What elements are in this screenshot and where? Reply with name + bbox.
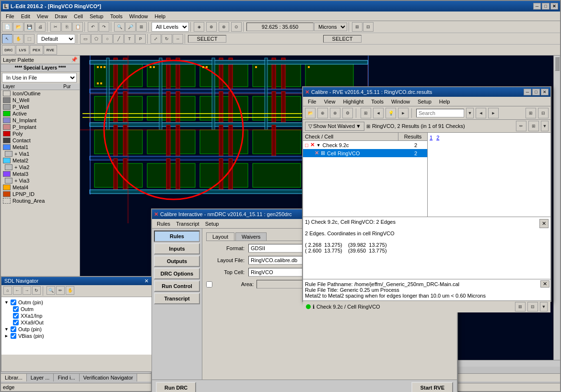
- rve-light-btn[interactable]: 💡: [386, 108, 396, 118]
- rve-bottom-btn1[interactable]: ⊞: [515, 302, 526, 311]
- rve-tool2-btn[interactable]: ⊗: [330, 108, 340, 118]
- sdl-back-btn[interactable]: ←: [13, 286, 22, 295]
- layer-item-nwell[interactable]: N_Well: [1, 97, 80, 104]
- rve-menu-view[interactable]: View: [321, 98, 339, 105]
- pex-run-btn[interactable]: PEX: [30, 45, 43, 55]
- rve-tree-item-check92c[interactable]: □ ✕ ▼ Check 9.2c 2: [303, 141, 427, 149]
- rotate-btn[interactable]: ↻: [162, 34, 172, 44]
- rve-menu-tools[interactable]: Tools: [368, 98, 386, 105]
- layer-item-poly[interactable]: Poly: [1, 130, 80, 137]
- port-btn[interactable]: P: [135, 34, 146, 44]
- transcript-button[interactable]: Transcript: [154, 293, 200, 304]
- scrollbar-thumb-v[interactable]: [555, 57, 560, 71]
- zoom-out-btn[interactable]: 🔎: [125, 22, 136, 32]
- rve-menu-setup[interactable]: Setup: [415, 98, 434, 105]
- rve-view-btn[interactable]: ⊞: [526, 108, 536, 118]
- save-btn[interactable]: 💾: [24, 22, 35, 32]
- tree-expand-vbias[interactable]: ►: [4, 334, 9, 338]
- layer-item-metal1[interactable]: Metal1: [1, 144, 80, 150]
- menu-view[interactable]: View: [34, 12, 51, 20]
- paste-btn[interactable]: 📋: [72, 22, 83, 32]
- tree-check-xxa9[interactable]: [13, 320, 19, 325]
- rules-button[interactable]: Rules: [154, 231, 200, 242]
- drc-run-btn[interactable]: DRC: [2, 45, 15, 55]
- tab-verification[interactable]: Verification Navigator: [80, 374, 138, 381]
- text-btn[interactable]: T: [124, 34, 135, 44]
- rve-btn[interactable]: RVE: [44, 45, 57, 55]
- move-btn[interactable]: ⤢: [151, 34, 161, 44]
- new-btn[interactable]: 📄: [2, 22, 12, 32]
- line-btn[interactable]: ╱: [113, 34, 124, 44]
- rect-btn[interactable]: ▭: [80, 34, 91, 44]
- rve-cols-btn[interactable]: ⊞: [528, 121, 539, 131]
- layer-item-pwell[interactable]: P_Well: [1, 104, 80, 110]
- layer-item-routing[interactable]: Routing_Area: [1, 197, 80, 204]
- print-btn[interactable]: 🖨: [35, 22, 46, 32]
- sdl-forward-btn[interactable]: →: [23, 286, 31, 295]
- canvas-scrollbar-v[interactable]: [553, 56, 560, 367]
- tab-library[interactable]: Librar...: [1, 374, 27, 381]
- rve-menu-file[interactable]: File: [305, 98, 319, 105]
- rve-settings-btn[interactable]: ⚙: [342, 108, 353, 118]
- run-control-button[interactable]: Run Control: [154, 280, 200, 292]
- layer-item-metal3[interactable]: Metal3: [1, 171, 80, 177]
- undo-btn[interactable]: ↶: [88, 22, 98, 32]
- tree-check-xxa1[interactable]: [13, 313, 19, 319]
- rve-close-btn[interactable]: ✕: [541, 89, 549, 95]
- rve-cols-dropdown-btn[interactable]: ▼: [541, 121, 549, 131]
- rve-back-btn[interactable]: ◄: [373, 108, 384, 118]
- redo-btn[interactable]: ↷: [99, 22, 109, 32]
- result-2[interactable]: 2: [436, 135, 439, 140]
- rve-nav-btn[interactable]: ⊞: [361, 108, 371, 118]
- sdl-hand-btn[interactable]: ✋: [66, 286, 74, 295]
- tree-check-outm[interactable]: [13, 306, 19, 312]
- inputs-button[interactable]: Inputs: [154, 243, 200, 254]
- rve-bottom-dropdown[interactable]: ▼: [540, 302, 548, 311]
- tool3-btn[interactable]: ⊗: [219, 22, 229, 32]
- sdl-pencil-btn[interactable]: ✏: [56, 286, 65, 295]
- result-1[interactable]: 1: [430, 135, 432, 140]
- rve-search-dropdown-btn[interactable]: ▼: [466, 108, 474, 118]
- poly-btn[interactable]: ⬠: [91, 34, 102, 44]
- sdl-refresh-btn[interactable]: ↻: [32, 286, 41, 295]
- tab-find[interactable]: Find i...: [54, 374, 79, 381]
- menu-tools[interactable]: Tools: [107, 12, 126, 20]
- grid-btn[interactable]: ⊟: [363, 22, 374, 32]
- zoom-fit-btn[interactable]: ⊞: [136, 22, 147, 32]
- rve-edit-btn[interactable]: ✏: [516, 121, 526, 131]
- layer-item-pimplant[interactable]: P_Implant: [1, 124, 80, 130]
- outputs-button[interactable]: Outputs: [154, 255, 200, 267]
- sdl-home-btn[interactable]: ⌂: [3, 286, 12, 295]
- tree-expand-outm[interactable]: ▼: [4, 300, 9, 305]
- tree-check-vbias-pin[interactable]: [11, 333, 16, 339]
- lvs-run-btn[interactable]: LVS: [16, 45, 29, 55]
- tool2-btn[interactable]: ⊕: [206, 22, 217, 32]
- menu-setup[interactable]: Setup: [87, 12, 106, 20]
- sdl-close-icon[interactable]: ✕: [144, 278, 149, 284]
- tab-layout[interactable]: Layout: [206, 232, 234, 241]
- layer-item-via2[interactable]: + Via2: [1, 164, 80, 171]
- default-dropdown[interactable]: Default: [37, 34, 75, 44]
- levels-dropdown[interactable]: All Levels: [152, 22, 189, 32]
- layer-item-metal4[interactable]: Metal4: [1, 184, 80, 191]
- rve-menu-window[interactable]: Window: [388, 98, 413, 105]
- rve-search-next-btn[interactable]: ►: [488, 108, 499, 118]
- show-not-waived-btn[interactable]: ▽ Show Not Waived ▼: [305, 122, 364, 131]
- cal-menu-setup[interactable]: Setup: [202, 220, 222, 228]
- layer-item-via1[interactable]: + Via1: [1, 150, 80, 157]
- start-rve-button[interactable]: Start RVE: [411, 382, 453, 392]
- menu-draw[interactable]: Draw: [52, 12, 70, 20]
- open-btn[interactable]: 📂: [13, 22, 23, 32]
- rve-minimize-btn[interactable]: ─: [524, 89, 531, 95]
- palette-pin-icon[interactable]: 📌: [71, 57, 78, 63]
- rve-tree-item-ringvco[interactable]: ✕ ⊞ Cell RingVCO 2: [303, 149, 427, 157]
- layer-item-via3[interactable]: + Via3: [1, 177, 80, 184]
- run-drc-button[interactable]: Run DRC: [156, 382, 196, 392]
- menu-window[interactable]: Window: [126, 12, 151, 20]
- tab-waivers[interactable]: Waivers: [235, 232, 267, 241]
- rve-bottom-btn2[interactable]: ⊟: [527, 302, 538, 311]
- tool1-btn[interactable]: ◈: [194, 22, 204, 32]
- select-btn[interactable]: ↖: [2, 34, 12, 44]
- cut-btn[interactable]: ✂: [50, 22, 61, 32]
- zoom-region-btn[interactable]: ⬚: [24, 34, 35, 44]
